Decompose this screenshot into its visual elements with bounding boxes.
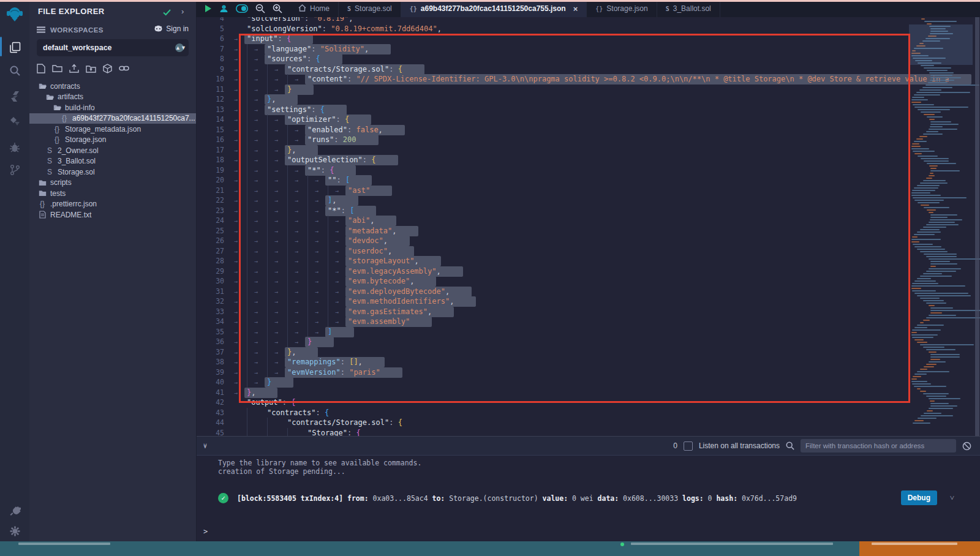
editor-line-38[interactable]: 38→→→"remappings": [],	[196, 357, 980, 367]
tree-item[interactable]: contracts	[29, 81, 196, 92]
tree-item[interactable]: README.txt	[29, 209, 196, 220]
editor-line-44[interactable]: 44"contracts/Storage.sol": {	[196, 418, 980, 428]
editor-line-15[interactable]: 15→→→→"enabled": false,	[196, 125, 980, 135]
editor-line-18[interactable]: 18→→→"outputSelection": {	[196, 155, 980, 165]
remixd-user-icon[interactable]	[219, 4, 228, 13]
tx-filter-input[interactable]	[801, 439, 956, 453]
new-file-icon[interactable]	[37, 64, 45, 76]
tree-item[interactable]: {}Storage.json	[29, 135, 196, 146]
editor-line-22[interactable]: 22→→→→→],	[196, 195, 980, 206]
editor-line-45[interactable]: 45"Storage": {	[196, 428, 980, 437]
editor-line-13[interactable]: 13→→"settings": {	[196, 105, 980, 115]
git-icon[interactable]	[0, 159, 29, 180]
editor-line-6[interactable]: 6→"input": {	[196, 34, 980, 44]
editor-line-32[interactable]: 32→→→→→→"evm.methodIdentifiers",	[196, 296, 980, 307]
workspace-switch-icon[interactable]: ▲▼	[175, 43, 184, 52]
debug-button[interactable]: Debug	[901, 490, 937, 505]
editor-line-21[interactable]: 21→→→→→→"ast"	[196, 186, 980, 196]
ipfs-box-icon[interactable]	[103, 64, 112, 76]
panel-collapse-chevron[interactable]: ›	[181, 7, 184, 16]
editor-line-39[interactable]: 39→→→"evmVersion": "paris"	[196, 367, 980, 378]
terminal-search-icon[interactable]	[786, 441, 794, 450]
terminal-body[interactable]: Type the library name to see available c…	[196, 455, 980, 542]
editor-line-24[interactable]: 24→→→→→→"abi",	[196, 216, 980, 226]
workspace-select[interactable]: default_workspace ▲▼	[37, 39, 189, 56]
editor-line-9[interactable]: 9→→→"contracts/Storage.sol": {	[196, 64, 980, 75]
editor-line-20[interactable]: 20→→→→→"": [	[196, 175, 980, 186]
tree-item[interactable]: S3_Ballot.sol	[29, 156, 196, 167]
tree-item[interactable]: {}a69b43f277ba20fcac141151250ca7...	[29, 113, 196, 124]
minimap-viewport[interactable]	[909, 24, 973, 65]
editor-line-43[interactable]: 43"contracts": {	[196, 408, 980, 418]
zoom-in-icon[interactable]	[273, 4, 282, 13]
tab-a69b43f277ba20fcac141151250ca755-json[interactable]: {}a69b43f277ba20fcac141151250ca755.json×	[401, 0, 587, 17]
deploy-run-icon[interactable]	[0, 111, 29, 132]
tree-item[interactable]: scripts	[29, 178, 196, 189]
tab-storage-json[interactable]: {}Storage.json	[587, 0, 657, 17]
editor-line-31[interactable]: 31→→→→→→"evm.deployedBytecode",	[196, 287, 980, 297]
tab-home[interactable]: Home	[290, 0, 339, 17]
sign-in-button[interactable]: Sign in	[154, 24, 189, 33]
whitespace-tab-arrow: →	[274, 216, 278, 226]
link-icon[interactable]	[119, 64, 129, 76]
hamburger-menu-icon[interactable]	[37, 24, 45, 36]
tab-3-ballot-sol[interactable]: S3_Ballot.sol	[657, 0, 720, 17]
editor-line-7[interactable]: 7→→"language": "Solidity",	[196, 44, 980, 54]
editor-line-29[interactable]: 29→→→→→→"evm.legacyAssembly",	[196, 266, 980, 277]
tree-item[interactable]: artifacts	[29, 92, 196, 103]
file-explorer-icon[interactable]	[0, 37, 29, 58]
editor-line-19[interactable]: 19→→→→"*": {	[196, 165, 980, 176]
editor-line-17[interactable]: 17→→→},	[196, 145, 980, 156]
editor-line-36[interactable]: 36→→→→}	[196, 337, 980, 347]
code-editor[interactable]: 4"solcVersion": "0.8.19",5"solcLongVersi…	[196, 17, 980, 436]
editor-line-30[interactable]: 30→→→→→→"evm.bytecode",	[196, 276, 980, 287]
zoom-out-icon[interactable]	[255, 4, 265, 13]
editor-line-42[interactable]: 42"output": {	[196, 397, 980, 408]
debugger-icon[interactable]	[0, 137, 29, 158]
editor-line-16[interactable]: 16→→→→"runs": 200	[196, 135, 980, 145]
settings-gear-icon[interactable]	[0, 520, 29, 541]
tx-expand-chevron[interactable]: ˅	[950, 493, 954, 503]
indent-guide	[247, 428, 247, 437]
editor-line-23[interactable]: 23→→→→→"*": [	[196, 206, 980, 216]
editor-line-33[interactable]: 33→→→→→→"evm.gasEstimates",	[196, 307, 980, 317]
editor-line-25[interactable]: 25→→→→→→"metadata",	[196, 226, 980, 236]
editor-line-4[interactable]: 4"solcVersion": "0.8.19",	[196, 17, 980, 24]
editor-line-26[interactable]: 26→→→→→→"devdoc",	[196, 236, 980, 246]
editor-line-12[interactable]: 12→→},	[196, 94, 980, 105]
editor-line-28[interactable]: 28→→→→→→"storageLayout",	[196, 256, 980, 266]
tab-storage-sol[interactable]: SStorage.sol	[339, 0, 401, 17]
editor-scrollbar[interactable]	[975, 17, 979, 436]
editor-line-40[interactable]: 40→→}	[196, 377, 980, 388]
editor-line-27[interactable]: 27→→→→→→"userdoc",	[196, 246, 980, 257]
tree-item[interactable]: {}Storage_metadata.json	[29, 124, 196, 135]
solidity-compiler-icon[interactable]	[0, 86, 29, 107]
search-icon[interactable]	[0, 60, 29, 81]
editor-line-11[interactable]: 11→→→}	[196, 85, 980, 95]
tree-item[interactable]: SStorage.sol	[29, 167, 196, 178]
transaction-log-row[interactable]: ✓ [block:5583405 txIndex:4] from: 0xa03.…	[218, 493, 971, 503]
editor-line-8[interactable]: 8→→"sources": {	[196, 54, 980, 64]
theme-toggle-icon[interactable]	[236, 4, 248, 13]
upload-file-icon[interactable]	[69, 64, 79, 76]
tree-item[interactable]: {}.prettierrc.json	[29, 199, 196, 210]
run-script-icon[interactable]	[205, 4, 212, 13]
plugin-manager-icon[interactable]	[0, 500, 29, 520]
editor-line-14[interactable]: 14→→→"optimizer": {	[196, 115, 980, 125]
terminal-expand-icon[interactable]: ˅˅	[203, 444, 207, 448]
upload-folder-icon[interactable]	[86, 64, 96, 76]
tree-item[interactable]: build-info	[29, 102, 196, 113]
listen-checkbox[interactable]	[684, 441, 693, 451]
editor-line-5[interactable]: 5"solcLongVersion": "0.8.19+commit.7dd6d…	[196, 24, 980, 34]
editor-line-10[interactable]: 10→→→→"content": "// SPDX-License-Identi…	[196, 74, 980, 85]
minimap[interactable]	[909, 18, 973, 435]
editor-line-41[interactable]: 41→},	[196, 388, 980, 398]
close-tab-icon[interactable]: ×	[573, 5, 578, 13]
tree-item[interactable]: tests	[29, 188, 196, 199]
editor-line-34[interactable]: 34→→→→→→"evm.assembly"	[196, 317, 980, 327]
editor-line-35[interactable]: 35→→→→→]	[196, 327, 980, 337]
new-folder-icon[interactable]	[52, 64, 62, 76]
editor-line-37[interactable]: 37→→→},	[196, 347, 980, 358]
tree-item[interactable]: S2_Owner.sol	[29, 145, 196, 156]
clear-console-icon[interactable]	[962, 441, 971, 451]
